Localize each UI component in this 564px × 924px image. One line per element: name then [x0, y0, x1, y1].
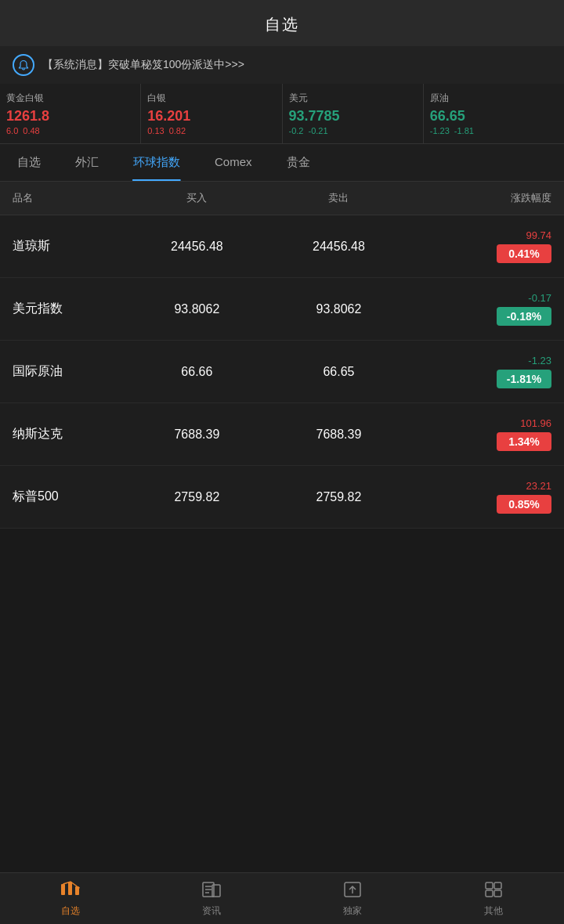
- row-buy-4: 2759.82: [126, 490, 268, 504]
- more-icon: [483, 881, 504, 901]
- nav-item-zixun[interactable]: 资讯: [141, 873, 282, 924]
- svg-rect-10: [486, 882, 493, 889]
- bell-icon: [13, 54, 34, 76]
- market-change1-silver: 0.13: [147, 126, 164, 135]
- market-change2-oil: -1.81: [454, 126, 474, 135]
- change-value-0: 99.74: [526, 229, 551, 241]
- change-value-4: 23.21: [526, 480, 551, 492]
- row-buy-0: 24456.48: [126, 240, 268, 254]
- nav-label-zixun: 资讯: [202, 904, 221, 918]
- exclusive-icon: [342, 881, 363, 901]
- nav-label-dujia: 独家: [343, 904, 362, 918]
- tab-comex[interactable]: Comex: [197, 144, 269, 181]
- market-item-silver[interactable]: 白银 16.201 0.13 0.82: [141, 84, 282, 143]
- svg-rect-0: [61, 884, 65, 895]
- market-change1-gold: 6.0: [6, 126, 18, 135]
- table-row[interactable]: 纳斯达克 7688.39 7688.39 101.96 1.34%: [0, 403, 564, 466]
- table-body: 道琼斯 24456.48 24456.48 99.74 0.41% 美元指数 9…: [0, 215, 564, 529]
- market-item-gold[interactable]: 黄金白银 1261.8 6.0 0.48: [0, 84, 141, 143]
- change-badge-3: 1.34%: [497, 432, 551, 451]
- announcement-text: 【系统消息】突破单秘笈100份派送中>>>: [42, 58, 244, 72]
- announcement-bar[interactable]: 【系统消息】突破单秘笈100份派送中>>>: [0, 46, 564, 84]
- table-row[interactable]: 美元指数 93.8062 93.8062 -0.17 -0.18%: [0, 278, 564, 341]
- row-sell-4: 2759.82: [268, 490, 410, 504]
- row-name-2: 国际原油: [13, 363, 126, 380]
- row-change-3: 101.96 1.34%: [410, 417, 551, 451]
- col-header-change: 涨跌幅度: [410, 191, 551, 205]
- market-label-gold: 黄金白银: [6, 92, 134, 105]
- market-label-usd: 美元: [289, 92, 417, 105]
- row-buy-2: 66.66: [126, 365, 268, 379]
- change-badge-1: -0.18%: [497, 307, 551, 326]
- market-change2-gold: 0.48: [23, 126, 39, 135]
- market-change1-usd: -0.2: [289, 126, 304, 135]
- market-label-oil: 原油: [430, 92, 558, 105]
- row-name-1: 美元指数: [13, 301, 126, 317]
- tab-waihui[interactable]: 外汇: [58, 144, 116, 181]
- nav-item-zixuan[interactable]: 自选: [0, 873, 141, 924]
- market-price-oil: 66.65: [430, 108, 558, 125]
- svg-rect-11: [494, 882, 501, 889]
- chart-icon: [60, 881, 81, 901]
- market-label-silver: 白银: [147, 92, 275, 105]
- market-summary-bar: 黄金白银 1261.8 6.0 0.48 白银 16.201 0.13 0.82…: [0, 84, 564, 144]
- change-value-1: -0.17: [528, 292, 551, 304]
- row-sell-0: 24456.48: [268, 240, 410, 254]
- svg-rect-13: [494, 890, 501, 897]
- page-title: 自选: [265, 16, 299, 33]
- svg-rect-12: [486, 890, 493, 897]
- row-name-3: 纳斯达克: [13, 426, 126, 442]
- market-item-usd[interactable]: 美元 93.7785 -0.2 -0.21: [283, 84, 424, 143]
- change-badge-0: 0.41%: [497, 244, 551, 263]
- row-sell-2: 66.65: [268, 365, 410, 379]
- tab-zixuan[interactable]: 自选: [0, 144, 58, 181]
- market-change2-silver: 0.82: [169, 126, 186, 135]
- row-sell-3: 7688.39: [268, 428, 410, 442]
- table-row[interactable]: 道琼斯 24456.48 24456.48 99.74 0.41%: [0, 215, 564, 278]
- table-row[interactable]: 标普500 2759.82 2759.82 23.21 0.85%: [0, 466, 564, 529]
- row-sell-1: 93.8062: [268, 302, 410, 316]
- nav-label-zixuan: 自选: [61, 904, 80, 918]
- news-icon: [201, 881, 222, 901]
- col-header-name: 品名: [13, 191, 126, 205]
- row-name-0: 道琼斯: [13, 238, 126, 254]
- market-price-silver: 16.201: [147, 108, 275, 125]
- market-price-usd: 93.7785: [289, 108, 417, 125]
- row-change-1: -0.17 -0.18%: [410, 292, 551, 326]
- tab-global-index[interactable]: 环球指数: [116, 144, 197, 181]
- bottom-navigation: 自选 资讯 独家: [0, 872, 564, 924]
- table-row[interactable]: 国际原油 66.66 66.65 -1.23 -1.81%: [0, 341, 564, 403]
- nav-item-other[interactable]: 其他: [423, 873, 564, 924]
- tab-precious[interactable]: 贵金: [269, 144, 327, 181]
- market-change1-oil: -1.23: [430, 126, 450, 135]
- change-value-3: 101.96: [520, 417, 551, 429]
- col-header-buy: 买入: [126, 191, 268, 205]
- table-header: 品名 买入 卖出 涨跌幅度: [0, 182, 564, 215]
- col-header-sell: 卖出: [268, 191, 410, 205]
- market-item-oil[interactable]: 原油 66.65 -1.23 -1.81: [424, 84, 564, 143]
- change-badge-2: -1.81%: [497, 370, 551, 388]
- row-change-4: 23.21 0.85%: [410, 480, 551, 514]
- nav-item-dujia[interactable]: 独家: [282, 873, 423, 924]
- page-header: 自选: [0, 0, 564, 46]
- row-change-2: -1.23 -1.81%: [410, 355, 551, 388]
- category-tabs: 自选 外汇 环球指数 Comex 贵金: [0, 144, 564, 182]
- row-buy-1: 93.8062: [126, 302, 268, 316]
- change-value-2: -1.23: [528, 355, 551, 366]
- row-name-4: 标普500: [13, 489, 126, 505]
- row-change-0: 99.74 0.41%: [410, 229, 551, 263]
- change-badge-4: 0.85%: [497, 495, 551, 514]
- nav-label-other: 其他: [484, 904, 503, 918]
- market-price-gold: 1261.8: [6, 108, 134, 125]
- market-change2-usd: -0.21: [308, 126, 327, 135]
- row-buy-3: 7688.39: [126, 428, 268, 442]
- svg-rect-1: [68, 882, 72, 895]
